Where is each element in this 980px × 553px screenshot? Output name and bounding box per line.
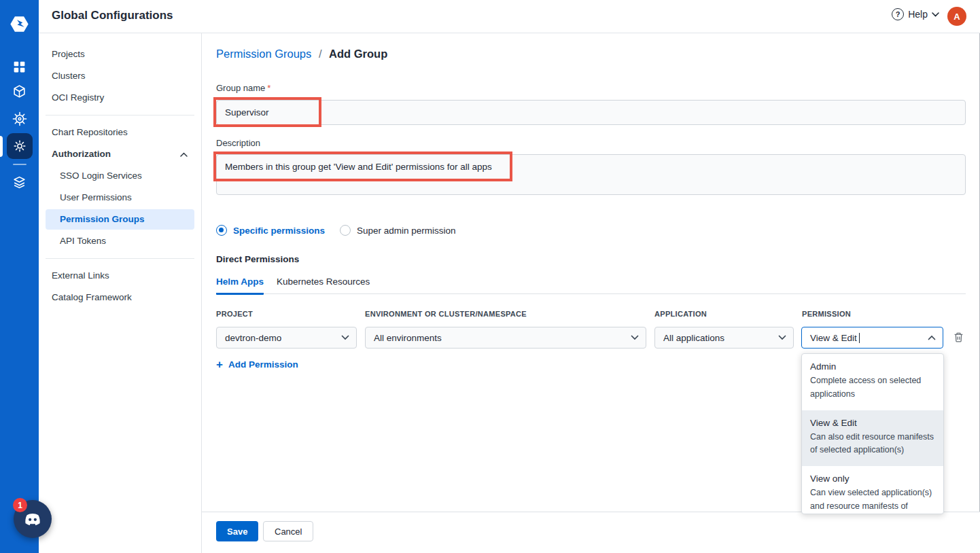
permission-select[interactable]: View & Edit (801, 327, 943, 349)
chart-store-cube-icon[interactable] (0, 78, 39, 104)
applications-grid-icon[interactable] (0, 54, 39, 79)
app-window: 1 Global Configurations ? Help A Project… (0, 0, 980, 553)
save-button[interactable]: Save (216, 521, 258, 541)
sidebar-item-external-links[interactable]: External Links (39, 265, 201, 287)
plus-icon: + (216, 360, 223, 370)
sidebar-item-permission-groups[interactable]: Permission Groups (46, 209, 194, 230)
group-name-label: Group name* (216, 83, 270, 93)
chevron-up-icon (180, 152, 188, 157)
chevron-down-icon (778, 335, 786, 340)
application-select[interactable]: All applications (654, 327, 794, 349)
permission-value: View & Edit (810, 333, 860, 343)
chevron-up-icon (928, 335, 936, 340)
text-cursor (859, 333, 860, 343)
chevron-down-icon (631, 335, 639, 340)
sidebar-item-api-tokens[interactable]: API Tokens (39, 230, 201, 252)
column-header-environment: ENVIRONMENT OR CLUSTER/NAMESPACE (365, 310, 527, 318)
clusters-wheel-icon[interactable] (0, 106, 39, 132)
group-name-input[interactable] (216, 100, 966, 125)
delete-permission-row-button[interactable] (951, 330, 965, 344)
sidebar-item-projects[interactable]: Projects (39, 43, 201, 65)
help-button[interactable]: ? Help (892, 8, 939, 20)
super-admin-permission-radio[interactable]: Super admin permission (340, 225, 456, 236)
permissions-tabbar: Helm Apps Kubernetes Resources (216, 276, 966, 294)
dropdown-option-view-only[interactable]: View only Can view selected application(… (802, 466, 943, 514)
direct-permissions-heading: Direct Permissions (216, 254, 299, 264)
sidebar-item-catalog-framework[interactable]: Catalog Framework (39, 287, 201, 308)
cancel-button[interactable]: Cancel (263, 521, 313, 541)
breadcrumb: Permission Groups / Add Group (216, 48, 387, 60)
sidebar-item-chart-repositories[interactable]: Chart Repositories (39, 122, 201, 143)
required-asterisk: * (267, 83, 270, 93)
specific-permissions-radio[interactable]: Specific permissions (216, 225, 325, 236)
trash-icon (953, 332, 964, 343)
sidebar-item-authorization[interactable]: Authorization (39, 143, 201, 165)
user-avatar[interactable]: A (947, 7, 966, 26)
sidebar-item-clusters[interactable]: Clusters (39, 65, 201, 87)
help-label: Help (908, 9, 928, 20)
sidebar-item-user-permissions[interactable]: User Permissions (39, 187, 201, 209)
description-label: Description (216, 138, 260, 148)
environment-select[interactable]: All environments (365, 327, 646, 349)
permission-type-radio-group: Specific permissions Super admin permiss… (216, 225, 456, 236)
resource-browser-stack-icon[interactable] (0, 169, 39, 195)
nav-divider (46, 115, 194, 115)
global-configurations-gear-icon[interactable] (0, 133, 39, 159)
authorization-label: Authorization (52, 143, 111, 165)
column-header-project: PROJECT (216, 310, 253, 318)
dropdown-option-admin[interactable]: Admin Complete access on selected applic… (802, 354, 943, 410)
sidebar-divider (13, 164, 27, 165)
sidebar-item-sso-login-services[interactable]: SSO Login Services (39, 165, 201, 187)
chevron-down-icon (341, 335, 349, 340)
sidebar-item-oci-registry[interactable]: OCI Registry (39, 87, 201, 109)
add-permission-button[interactable]: + Add Permission (216, 359, 298, 370)
tab-helm-apps[interactable]: Helm Apps (216, 276, 264, 295)
description-textarea[interactable]: Members in this group get 'View and Edit… (216, 154, 966, 195)
chat-notification-badge: 1 (13, 498, 27, 512)
breadcrumb-current: Add Group (329, 48, 387, 60)
question-circle-icon: ? (892, 8, 904, 20)
column-header-permission: PERMISSION (802, 310, 851, 318)
nav-divider (46, 258, 194, 259)
breadcrumb-permission-groups-link[interactable]: Permission Groups (216, 48, 311, 60)
chevron-down-icon (932, 12, 939, 17)
page-title: Global Configurations (52, 9, 173, 22)
devtron-logo-icon[interactable] (9, 14, 30, 35)
project-select[interactable]: devtron-demo (216, 327, 357, 349)
radio-selected-icon (216, 225, 227, 236)
top-header: Global Configurations ? Help A (39, 0, 980, 33)
form-footer: Save Cancel (202, 512, 980, 553)
permission-dropdown-menu: Admin Complete access on selected applic… (801, 353, 944, 514)
icon-sidebar (0, 0, 39, 553)
tab-kubernetes-resources[interactable]: Kubernetes Resources (277, 276, 370, 293)
active-nav-indicator (0, 136, 3, 157)
breadcrumb-separator: / (319, 48, 322, 60)
config-sidebar: Projects Clusters OCI Registry Chart Rep… (39, 33, 202, 553)
radio-unselected-icon (340, 225, 351, 236)
dropdown-option-view-edit[interactable]: View & Edit Can also edit resource manif… (802, 410, 943, 467)
column-header-application: APPLICATION (654, 310, 707, 318)
